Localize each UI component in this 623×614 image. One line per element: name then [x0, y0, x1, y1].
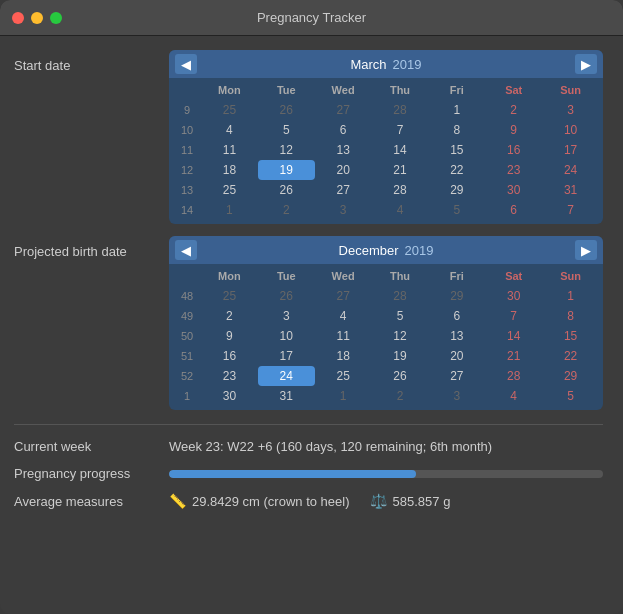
- calendar-day[interactable]: 27: [315, 100, 372, 120]
- calendar-header: ◀March2019▶: [169, 50, 603, 78]
- calendar-day[interactable]: 17: [258, 346, 315, 366]
- calendar-day[interactable]: 21: [485, 346, 542, 366]
- calendar-day[interactable]: 5: [258, 120, 315, 140]
- maximize-button[interactable]: [50, 12, 62, 24]
- day-name-sun: Sun: [542, 268, 599, 284]
- calendar-day[interactable]: 22: [542, 346, 599, 366]
- calendar-day[interactable]: 18: [201, 160, 258, 180]
- calendar-day[interactable]: 12: [258, 140, 315, 160]
- calendar-day[interactable]: 5: [542, 386, 599, 406]
- calendar-day[interactable]: 3: [258, 306, 315, 326]
- calendar-day[interactable]: 10: [258, 326, 315, 346]
- calendar-day[interactable]: 24: [542, 160, 599, 180]
- calendar-day[interactable]: 18: [315, 346, 372, 366]
- progress-bar: [169, 470, 603, 478]
- calendar-day[interactable]: 27: [315, 180, 372, 200]
- calendar-day[interactable]: 7: [372, 120, 429, 140]
- calendar-day[interactable]: 28: [372, 286, 429, 306]
- calendar-day[interactable]: 2: [201, 306, 258, 326]
- calendar-day[interactable]: 3: [428, 386, 485, 406]
- calendar-day[interactable]: 25: [201, 286, 258, 306]
- calendar-day[interactable]: 6: [315, 120, 372, 140]
- calendar-day[interactable]: 4: [372, 200, 429, 220]
- calendar-day[interactable]: 16: [485, 140, 542, 160]
- week-number: 9: [173, 102, 201, 118]
- calendar-day[interactable]: 29: [428, 180, 485, 200]
- calendar-day[interactable]: 11: [315, 326, 372, 346]
- calendar-day[interactable]: 26: [372, 366, 429, 386]
- calendar-day[interactable]: 29: [428, 286, 485, 306]
- calendar-day[interactable]: 25: [201, 100, 258, 120]
- calendar-day[interactable]: 26: [258, 286, 315, 306]
- calendar-day[interactable]: 2: [485, 100, 542, 120]
- calendar-day[interactable]: 25: [201, 180, 258, 200]
- calendar-day[interactable]: 20: [428, 346, 485, 366]
- calendar-day[interactable]: 11: [201, 140, 258, 160]
- calendar-day[interactable]: 9: [201, 326, 258, 346]
- calendar-day[interactable]: 23: [201, 366, 258, 386]
- calendar-day[interactable]: 12: [372, 326, 429, 346]
- calendar-day[interactable]: 24: [258, 366, 315, 386]
- calendar-day[interactable]: 5: [372, 306, 429, 326]
- calendar-day[interactable]: 6: [428, 306, 485, 326]
- day-name-sat: Sat: [485, 82, 542, 98]
- calendar-day[interactable]: 28: [485, 366, 542, 386]
- calendar-day[interactable]: 13: [315, 140, 372, 160]
- calendar-day[interactable]: 31: [258, 386, 315, 406]
- calendar-day[interactable]: 15: [428, 140, 485, 160]
- calendar-day[interactable]: 3: [315, 200, 372, 220]
- calendar-day[interactable]: 8: [542, 306, 599, 326]
- calendar-day[interactable]: 31: [542, 180, 599, 200]
- minimize-button[interactable]: [31, 12, 43, 24]
- calendar-day[interactable]: 30: [485, 180, 542, 200]
- calendar-day[interactable]: 4: [315, 306, 372, 326]
- calendar-day[interactable]: 30: [485, 286, 542, 306]
- calendar-day[interactable]: 13: [428, 326, 485, 346]
- calendar-day[interactable]: 17: [542, 140, 599, 160]
- calendar-day[interactable]: 5: [428, 200, 485, 220]
- calendar-day[interactable]: 19: [372, 346, 429, 366]
- calendar-day[interactable]: 10: [542, 120, 599, 140]
- calendar-day[interactable]: 21: [372, 160, 429, 180]
- calendar-day[interactable]: 1: [201, 200, 258, 220]
- calendar-day[interactable]: 14: [372, 140, 429, 160]
- close-button[interactable]: [12, 12, 24, 24]
- calendar-day[interactable]: 20: [315, 160, 372, 180]
- calendar-day[interactable]: 1: [315, 386, 372, 406]
- prev-month-button[interactable]: ◀: [175, 54, 197, 74]
- calendar-day[interactable]: 30: [201, 386, 258, 406]
- calendar-day[interactable]: 1: [428, 100, 485, 120]
- calendar-day[interactable]: 27: [315, 286, 372, 306]
- week-number: 49: [173, 308, 201, 324]
- calendar-day[interactable]: 23: [485, 160, 542, 180]
- calendar-day[interactable]: 27: [428, 366, 485, 386]
- calendar-day[interactable]: 15: [542, 326, 599, 346]
- calendar-day[interactable]: 4: [485, 386, 542, 406]
- calendar-day[interactable]: 28: [372, 100, 429, 120]
- calendar-day[interactable]: 7: [542, 200, 599, 220]
- calendar-day[interactable]: 7: [485, 306, 542, 326]
- calendar-day[interactable]: 26: [258, 100, 315, 120]
- calendar-day[interactable]: 25: [315, 366, 372, 386]
- next-month-button[interactable]: ▶: [575, 54, 597, 74]
- calendar-day[interactable]: 9: [485, 120, 542, 140]
- calendar-day[interactable]: 2: [258, 200, 315, 220]
- calendar-day[interactable]: 26: [258, 180, 315, 200]
- week-number: [173, 82, 201, 98]
- prev-month-button[interactable]: ◀: [175, 240, 197, 260]
- day-name-tue: Tue: [258, 268, 315, 284]
- calendar-day[interactable]: 8: [428, 120, 485, 140]
- calendar-day[interactable]: 4: [201, 120, 258, 140]
- calendar-day[interactable]: 29: [542, 366, 599, 386]
- next-month-button[interactable]: ▶: [575, 240, 597, 260]
- calendar-day[interactable]: 22: [428, 160, 485, 180]
- day-name-sun: Sun: [542, 82, 599, 98]
- calendar-day[interactable]: 6: [485, 200, 542, 220]
- calendar-day[interactable]: 14: [485, 326, 542, 346]
- calendar-day[interactable]: 28: [372, 180, 429, 200]
- calendar-day[interactable]: 3: [542, 100, 599, 120]
- calendar-day[interactable]: 16: [201, 346, 258, 366]
- calendar-day[interactable]: 1: [542, 286, 599, 306]
- calendar-day[interactable]: 19: [258, 160, 315, 180]
- calendar-day[interactable]: 2: [372, 386, 429, 406]
